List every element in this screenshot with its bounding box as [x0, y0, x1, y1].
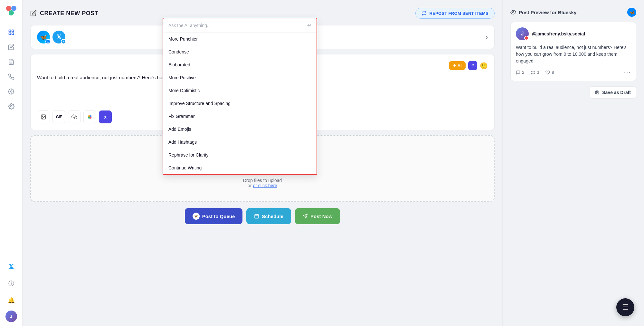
- page-title: CREATE NEW POST: [30, 10, 98, 17]
- ai-option-condense[interactable]: Condense: [163, 45, 317, 58]
- svg-point-23: [90, 117, 91, 119]
- preview-card: J @jamesfreny.bsky.social Want to build …: [510, 22, 636, 81]
- bluesky-badge: 1: [45, 39, 51, 44]
- gif-button[interactable]: GIF: [52, 110, 65, 123]
- more-action[interactable]: ···: [624, 69, 631, 76]
- account-selector-chevron[interactable]: ›: [486, 34, 488, 41]
- hashtag-icon: #: [471, 63, 474, 68]
- svg-point-11: [10, 91, 12, 92]
- ai-option-more-positive[interactable]: More Positive: [163, 71, 317, 84]
- svg-point-18: [42, 116, 43, 116]
- sidebar: 𝕏 ⓘ 🔔 J: [0, 0, 23, 326]
- hamburger-icon: ☰: [622, 303, 629, 312]
- gif-label: GIF: [56, 115, 62, 119]
- main-content: CREATE NEW POST REPOST FROM SENT ITEMS 🦋…: [23, 0, 644, 326]
- heart-icon: [545, 70, 550, 75]
- preview-header: Post Preview for Bluesky 🦋: [510, 8, 636, 17]
- settings-icon[interactable]: [5, 100, 18, 113]
- ai-star-icon: ✦: [453, 63, 456, 68]
- bell-sidebar-icon[interactable]: 🔔: [5, 294, 18, 307]
- eye-icon: [510, 9, 516, 15]
- emoji-button[interactable]: 🙂: [480, 62, 488, 70]
- preview-user: J @jamesfreny.bsky.social: [516, 27, 631, 40]
- image-button[interactable]: [37, 110, 50, 123]
- ai-search-bar: ↵: [163, 18, 317, 33]
- save-icon: [595, 90, 600, 95]
- repost-action[interactable]: 3: [531, 70, 539, 75]
- repost-from-sent-button[interactable]: REPOST FROM SENT ITEMS: [415, 8, 495, 19]
- info-sidebar-icon[interactable]: ⓘ: [5, 277, 18, 290]
- twitter-badge: ✓: [61, 39, 66, 44]
- comment-icon: [516, 70, 520, 75]
- preview-title-container: Post Preview for Bluesky: [510, 9, 576, 15]
- save-draft-label: Save as Draft: [602, 90, 631, 95]
- ai-dropdown: ↵ More Punchier Condense Eloborated More…: [163, 18, 317, 175]
- posts-icon[interactable]: [5, 55, 18, 68]
- save-as-draft-button[interactable]: Save as Draft: [590, 86, 636, 99]
- bluesky-preview-icon: 🦋: [627, 8, 636, 17]
- svg-point-3: [9, 10, 14, 15]
- drop-files-text: Drop files to upload: [243, 178, 282, 183]
- click-here-link[interactable]: or click here: [253, 183, 277, 188]
- preview-actions: 2 3 8 ···: [516, 69, 631, 76]
- repost-button-label: REPOST FROM SENT ITEMS: [429, 11, 488, 16]
- or-click-text: or: [248, 183, 253, 188]
- svg-point-30: [513, 12, 514, 13]
- svg-point-1: [6, 6, 11, 11]
- svg-point-2: [11, 6, 16, 11]
- preview-status-dot: [524, 36, 529, 40]
- upload-button[interactable]: [68, 110, 81, 123]
- google-photos-button[interactable]: [83, 110, 96, 123]
- app-logo[interactable]: [4, 4, 18, 18]
- send-icon: [303, 214, 308, 219]
- boost-button[interactable]: [99, 110, 112, 123]
- ai-option-continue-writing[interactable]: Continue Writing: [163, 161, 317, 174]
- bluesky-account-avatar[interactable]: 🦋 1: [37, 31, 50, 43]
- ai-option-add-emojis[interactable]: Add Emojis: [163, 123, 317, 136]
- preview-user-avatar: J: [516, 27, 529, 40]
- hashtag-button[interactable]: #: [468, 61, 477, 70]
- svg-rect-24: [255, 215, 259, 218]
- more-dots-icon: ···: [624, 69, 631, 76]
- user-avatar[interactable]: J: [5, 311, 17, 322]
- emoji-icon: 🙂: [480, 62, 488, 69]
- like-action[interactable]: 8: [545, 70, 554, 75]
- schedule-icon: [254, 214, 259, 219]
- svg-point-16: [10, 106, 12, 107]
- create-post-title: CREATE NEW POST: [40, 10, 98, 17]
- twitter-account-avatar[interactable]: 𝕏 ✓: [52, 31, 65, 43]
- svg-rect-4: [9, 30, 11, 32]
- google-photos-icon: [87, 114, 93, 120]
- ai-option-fix-grammar[interactable]: Fix Grammar: [163, 110, 317, 123]
- ai-option-add-hashtags[interactable]: Add Hashtags: [163, 136, 317, 149]
- ai-option-rephrase[interactable]: Rephrase for Clarity: [163, 149, 317, 161]
- ai-search-input[interactable]: [168, 23, 305, 28]
- schedule-button-label: Schedule: [262, 214, 283, 219]
- preview-title-text: Post Preview for Bluesky: [519, 10, 576, 15]
- ai-option-more-punchier[interactable]: More Punchier: [163, 33, 317, 45]
- feed-icon[interactable]: [5, 70, 18, 83]
- repost-count-icon: [531, 70, 535, 75]
- queue-badge: 🦋: [193, 213, 200, 220]
- analytics-icon[interactable]: [5, 85, 18, 98]
- queue-button-label: Post to Queue: [202, 214, 235, 219]
- post-now-button[interactable]: Post Now: [295, 208, 340, 224]
- twitter-sidebar-icon[interactable]: 𝕏: [5, 260, 18, 273]
- post-to-queue-button[interactable]: 🦋 Post to Queue: [185, 208, 243, 224]
- svg-rect-5: [12, 30, 14, 32]
- repost-icon: [421, 11, 427, 16]
- svg-rect-6: [9, 33, 11, 35]
- schedule-button[interactable]: Schedule: [246, 208, 291, 224]
- preview-text: Want to build a real audience, not just …: [516, 44, 631, 64]
- ai-button[interactable]: ✦ AI: [449, 61, 466, 70]
- boost-icon: [103, 114, 108, 120]
- ai-option-eloborated[interactable]: Eloborated: [163, 58, 317, 71]
- ai-option-more-optimistic[interactable]: More Optimistic: [163, 84, 317, 97]
- upload-icon: [71, 114, 77, 120]
- dashboard-icon[interactable]: [5, 26, 18, 39]
- comment-action[interactable]: 2: [516, 70, 524, 75]
- compose-icon[interactable]: [5, 41, 18, 53]
- preview-username: @jamesfreny.bsky.social: [532, 31, 585, 36]
- fab-menu-button[interactable]: ☰: [616, 298, 634, 316]
- ai-option-improve-structure[interactable]: Improve Structure and Spacing: [163, 97, 317, 110]
